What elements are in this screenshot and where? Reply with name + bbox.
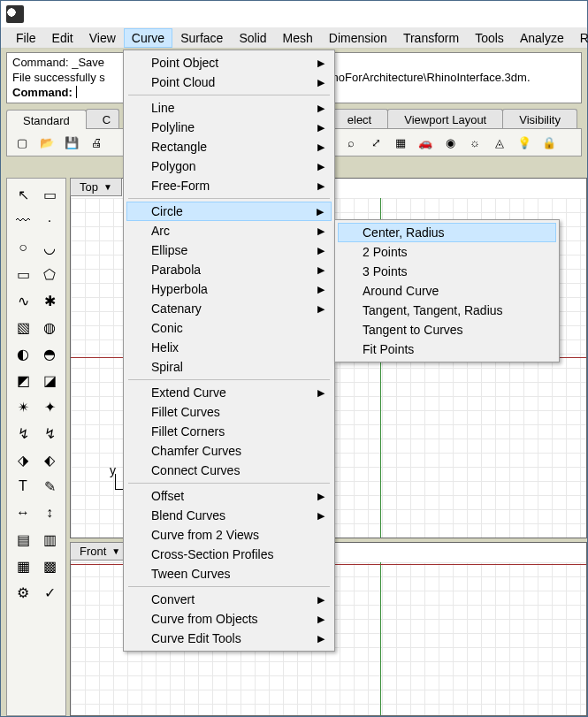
box-icon[interactable]: ▧ — [11, 315, 35, 339]
withdraw-icon[interactable]: ↯ — [11, 421, 35, 446]
menu-item-polygon[interactable]: Polygon▶ — [126, 156, 332, 176]
submenu-item-tangent-tangent-radius[interactable]: Tangent, Tangent, Radius — [338, 301, 556, 320]
menu-item-chamfer-curves[interactable]: Chamfer Curves — [126, 441, 332, 461]
menu-item-blend-curves[interactable]: Blend Curves▶ — [126, 506, 332, 525]
ghosted-icon[interactable]: ◬ — [490, 133, 509, 152]
deform2-icon[interactable]: ⬖ — [37, 447, 62, 472]
menu-analyze[interactable]: Analyze — [512, 28, 572, 48]
menu-item-circle[interactable]: Circle▶ — [126, 202, 332, 221]
polygon-icon[interactable]: ⬠ — [37, 262, 62, 286]
menu-item-curve-from-objects[interactable]: Curve from Objects▶ — [126, 609, 332, 629]
menu-item-fillet-corners[interactable]: Fillet Corners — [126, 422, 332, 441]
menu-item-curve-edit-tools[interactable]: Curve Edit Tools▶ — [126, 629, 332, 648]
cone-icon[interactable]: ◓ — [37, 341, 62, 366]
deform-icon[interactable]: ⬗ — [11, 447, 35, 472]
viewport-label-top[interactable]: Top▼ — [70, 178, 122, 196]
join-icon[interactable]: ✦ — [37, 394, 62, 419]
menu-item-point-object[interactable]: Point Object▶ — [126, 53, 332, 72]
grid-icon[interactable]: ▩ — [37, 553, 62, 578]
freeform-icon[interactable]: ✱ — [37, 288, 62, 313]
new-file-icon[interactable]: ▢ — [12, 133, 32, 152]
zoom-window-icon[interactable]: ⌕ — [341, 133, 361, 152]
zoom-extents-icon[interactable]: ⤢ — [366, 133, 386, 152]
submenu-item-3-points[interactable]: 3 Points — [338, 262, 556, 281]
menu-item-extend-curve[interactable]: Extend Curve▶ — [126, 383, 332, 402]
menu-view[interactable]: View — [81, 28, 124, 48]
dim-icon[interactable]: ↔ — [11, 500, 35, 525]
annotate-icon[interactable]: ✎ — [37, 474, 62, 499]
menu-item-ellipse[interactable]: Ellipse▶ — [126, 240, 332, 260]
submenu-item-tangent-to-curves[interactable]: Tangent to Curves — [338, 320, 556, 339]
viewport-label-front[interactable]: Front▼ — [70, 542, 130, 561]
menu-item-arc[interactable]: Arc▶ — [126, 221, 332, 240]
toolbar-tab[interactable]: Visibility — [502, 109, 577, 128]
selection-icon[interactable]: ▭ — [37, 182, 62, 207]
menu-item-point-cloud[interactable]: Point Cloud▶ — [126, 72, 332, 92]
menu-item-curve-from-2-views[interactable]: Curve from 2 Views — [126, 525, 332, 545]
menu-item-connect-curves[interactable]: Connect Curves — [126, 461, 332, 480]
menu-item-catenary[interactable]: Catenary▶ — [126, 299, 332, 318]
shade-icon[interactable]: ◉ — [440, 133, 460, 152]
menu-dimension[interactable]: Dimension — [321, 28, 395, 48]
menu-item-polyline[interactable]: Polyline▶ — [126, 118, 332, 137]
render-icon[interactable]: 🚗 — [416, 133, 435, 152]
toolbar-tab[interactable]: elect — [331, 109, 388, 128]
menu-item-rectangle[interactable]: Rectangle▶ — [126, 137, 332, 156]
menu-item-conic[interactable]: Conic — [126, 318, 332, 338]
toolbar-tab[interactable]: Standard — [6, 110, 87, 129]
menu-item-convert[interactable]: Convert▶ — [126, 590, 332, 609]
menu-rend[interactable]: Rend — [572, 28, 588, 48]
layers-icon[interactable]: ▤ — [11, 527, 35, 552]
dim2-icon[interactable]: ↕ — [37, 500, 62, 525]
check-icon[interactable]: ✓ — [37, 580, 62, 605]
explode-icon[interactable]: ✴ — [11, 394, 35, 419]
save-file-icon[interactable]: 💾 — [62, 133, 81, 152]
withdraw2-icon[interactable]: ↯ — [37, 421, 62, 446]
menu-item-spiral[interactable]: Spiral — [126, 357, 332, 377]
sun-icon[interactable]: ☼ — [465, 133, 485, 152]
viewport-menu-drop-icon[interactable]: ▼ — [103, 182, 112, 192]
menu-item-tween-curves[interactable]: Tween Curves — [126, 564, 332, 584]
menu-mesh[interactable]: Mesh — [275, 28, 321, 48]
menu-solid[interactable]: Solid — [231, 28, 274, 48]
menu-item-helix[interactable]: Helix — [126, 338, 332, 357]
surface-icon[interactable]: ◩ — [11, 368, 35, 393]
rect-icon[interactable]: ▭ — [11, 262, 35, 286]
open-file-icon[interactable]: 📂 — [37, 133, 57, 152]
loft-icon[interactable]: ◪ — [37, 368, 62, 393]
toolbar-tab[interactable]: C — [86, 109, 119, 128]
layers2-icon[interactable]: ▥ — [37, 527, 62, 552]
menu-tools[interactable]: Tools — [467, 28, 512, 48]
curve-icon[interactable]: 〰 — [11, 209, 35, 233]
properties-icon[interactable]: ▦ — [11, 553, 35, 578]
circle-icon[interactable]: ○ — [11, 235, 35, 260]
text-icon[interactable]: T — [11, 474, 35, 499]
menu-surface[interactable]: Surface — [172, 28, 231, 48]
arc-icon[interactable]: ◡ — [37, 235, 62, 260]
sphere-icon[interactable]: ◐ — [11, 341, 35, 366]
submenu-item-center-radius[interactable]: Center, Radius — [338, 223, 556, 242]
menu-item-fillet-curves[interactable]: Fillet Curves — [126, 402, 332, 422]
cylinder-icon[interactable]: ◍ — [37, 315, 62, 339]
submenu-item-fit-points[interactable]: Fit Points — [338, 339, 556, 359]
menu-item-free-form[interactable]: Free-Form▶ — [126, 176, 332, 195]
menu-item-line[interactable]: Line▶ — [126, 98, 332, 118]
views-icon[interactable]: ▦ — [391, 133, 410, 152]
submenu-item-2-points[interactable]: 2 Points — [338, 242, 556, 262]
menu-edit[interactable]: Edit — [44, 28, 81, 48]
polyline-icon[interactable]: ∿ — [11, 288, 35, 313]
menu-item-offset[interactable]: Offset▶ — [126, 486, 332, 506]
light-icon[interactable]: 💡 — [515, 133, 534, 152]
viewport-menu-drop-icon[interactable]: ▼ — [111, 546, 120, 556]
arrow-icon[interactable]: ↖ — [11, 182, 35, 207]
menu-item-parabola[interactable]: Parabola▶ — [126, 260, 332, 279]
menu-item-cross-section-profiles[interactable]: Cross-Section Profiles — [126, 545, 332, 564]
submenu-item-around-curve[interactable]: Around Curve — [338, 281, 556, 301]
point-icon[interactable]: · — [37, 209, 62, 233]
menu-file[interactable]: File — [8, 28, 44, 48]
options-icon[interactable]: ⚙ — [11, 580, 35, 605]
menu-curve[interactable]: Curve — [124, 28, 172, 48]
toolbar-tab[interactable]: Viewport Layout — [387, 109, 503, 128]
print-icon[interactable]: 🖨 — [87, 133, 106, 152]
menu-item-hyperbola[interactable]: Hyperbola▶ — [126, 279, 332, 299]
